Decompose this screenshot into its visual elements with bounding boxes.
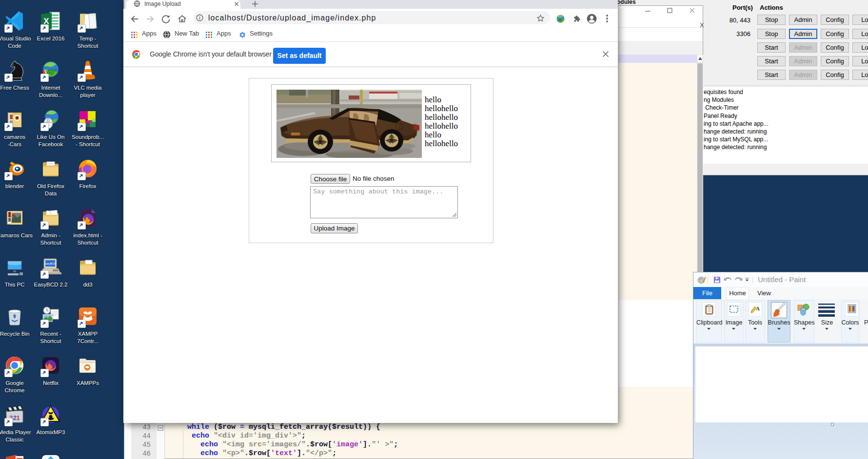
svg-text:EasyBCD: EasyBCD — [44, 262, 56, 265]
svg-text:A: A — [756, 306, 760, 311]
